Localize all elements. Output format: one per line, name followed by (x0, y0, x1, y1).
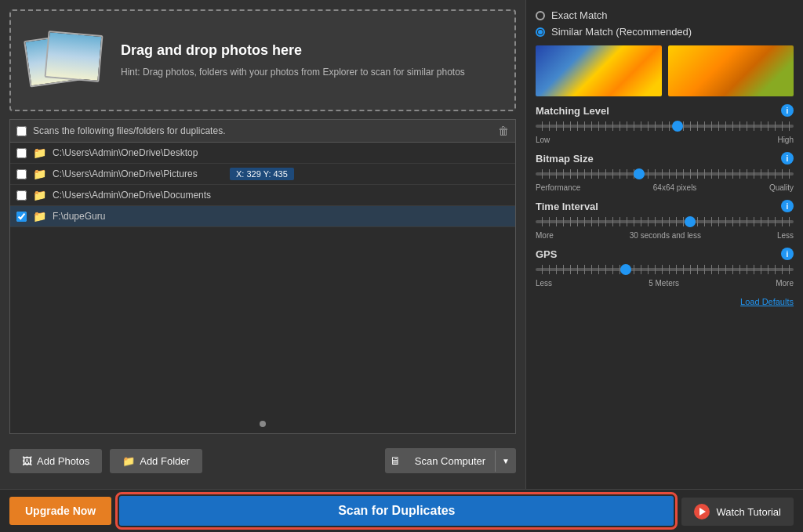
scan-computer-label: Scan Computer (405, 449, 495, 473)
load-defaults-link[interactable]: Load Defaults (536, 297, 794, 306)
gps-label: GPS (536, 248, 557, 260)
preview-image-2 (668, 45, 794, 96)
bitmap-size-right: Quality (769, 183, 794, 192)
bitmap-size-title: Bitmap Size i (536, 152, 794, 165)
time-interval-track[interactable] (536, 220, 794, 223)
gps-title: GPS i (536, 248, 794, 260)
list-item[interactable]: 📁 C:\Users\Admin\OneDrive\Pictures X: 32… (10, 164, 515, 185)
drop-text: Drag and drop photos here Hint: Drag pho… (121, 42, 465, 79)
matching-level-high: High (777, 136, 794, 144)
file-list-header-text: Scans the following files/folders for du… (33, 125, 492, 136)
bitmap-size-thumb[interactable] (634, 168, 645, 179)
matching-level-label: Matching Level (536, 105, 609, 117)
folder-icon: 📁 (33, 147, 46, 159)
add-photos-label: Add Photos (37, 455, 89, 467)
play-icon (694, 504, 710, 519)
folder-icon: 📁 (33, 189, 46, 201)
bitmap-size-labels: Performance 64x64 pixels Quality (536, 183, 794, 192)
preview-image-1 (536, 45, 662, 96)
left-panel: Drag and drop photos here Hint: Drag pho… (0, 0, 525, 489)
drop-hint: Hint: Drag photos, folders with your pho… (121, 65, 465, 79)
item-checkbox-1[interactable] (16, 148, 27, 158)
list-item[interactable]: 📁 C:\Users\Admin\OneDrive\Desktop 🗑 (10, 143, 515, 164)
gps-center: 5 Meters (552, 279, 776, 288)
item-checkbox-2[interactable] (16, 169, 27, 179)
tooltip-box: X: 329 Y: 435 (230, 168, 294, 180)
bottom-buttons: 🖼 Add Photos 📁 Add Folder 🖥 Scan Compute… (9, 442, 516, 480)
matching-level-thumb[interactable] (672, 121, 683, 132)
list-item[interactable]: 📁 F:\dupeGuru 🗑 (10, 206, 515, 227)
matching-level-info-icon[interactable]: i (781, 104, 794, 117)
clear-all-trash-icon[interactable]: 🗑 (498, 125, 509, 137)
upgrade-now-button[interactable]: Upgrade Now (9, 497, 111, 525)
scan-computer-button[interactable]: 🖥 Scan Computer ▼ (385, 448, 516, 473)
time-interval-right: Less (777, 231, 794, 240)
file-list: 📁 C:\Users\Admin\OneDrive\Desktop 🗑 📁 C:… (10, 143, 515, 414)
add-folder-icon: 📁 (122, 455, 135, 467)
file-path-1: C:\Users\Admin\OneDrive\Desktop (53, 147, 492, 158)
match-options: Exact Match Similar Match (Recommended) (536, 9, 794, 38)
time-interval-left: More (536, 231, 554, 240)
similar-match-option[interactable]: Similar Match (Recommended) (536, 26, 794, 38)
watch-tutorial-label: Watch Tutorial (716, 506, 781, 518)
footer: Upgrade Now Scan for Duplicates Watch Tu… (0, 489, 803, 532)
exact-match-label: Exact Match (551, 9, 608, 21)
list-item[interactable]: 📁 C:\Users\Admin\OneDrive\Documents 🗑 (10, 185, 515, 206)
bitmap-size-center: 64x64 pixels (580, 183, 769, 192)
add-photos-button[interactable]: 🖼 Add Photos (9, 449, 102, 473)
matching-level-section: Matching Level i Low High (536, 104, 794, 144)
item-checkbox-3[interactable] (16, 190, 27, 201)
gps-labels: Less 5 Meters More (536, 279, 794, 288)
gps-right: More (776, 279, 794, 288)
preview-images (536, 45, 794, 96)
drop-title: Drag and drop photos here (121, 42, 465, 59)
time-interval-labels: More 30 seconds and less Less (536, 231, 794, 240)
bitmap-size-track[interactable] (536, 172, 794, 176)
file-path-4: F:\dupeGuru (53, 211, 492, 222)
matching-level-low: Low (536, 136, 550, 144)
item-checkbox-4[interactable] (16, 212, 27, 222)
file-path-3: C:\Users\Admin\OneDrive\Documents (53, 190, 492, 201)
drop-area[interactable]: Drag and drop photos here Hint: Drag pho… (9, 9, 516, 111)
gps-section: GPS i Less 5 Meters More (536, 248, 794, 288)
add-photos-icon: 🖼 (22, 455, 32, 467)
file-list-container: Scans the following files/folders for du… (9, 119, 516, 434)
exact-match-radio[interactable] (536, 11, 545, 20)
matching-level-track[interactable] (536, 125, 794, 128)
select-all-checkbox[interactable] (16, 126, 27, 136)
scan-for-duplicates-button[interactable]: Scan for Duplicates (119, 496, 674, 526)
monitor-icon: 🖥 (385, 448, 405, 473)
time-interval-center: 30 seconds and less (554, 231, 777, 240)
gps-thumb[interactable] (620, 264, 631, 275)
matching-level-labels: Low High (536, 136, 794, 144)
time-interval-info-icon[interactable]: i (781, 200, 794, 212)
right-panel: Exact Match Similar Match (Recommended) … (525, 0, 803, 489)
time-interval-thumb[interactable] (685, 216, 696, 227)
add-folder-button[interactable]: 📁 Add Folder (110, 449, 202, 473)
exact-match-option[interactable]: Exact Match (536, 9, 794, 21)
photo-icon (27, 29, 105, 92)
bitmap-size-info-icon[interactable]: i (781, 152, 794, 165)
watch-tutorial-button[interactable]: Watch Tutorial (681, 498, 794, 526)
gps-track[interactable] (536, 268, 794, 271)
similar-match-label: Similar Match (Recommended) (551, 26, 692, 38)
similar-match-radio[interactable] (536, 27, 545, 37)
folder-icon: 📁 (33, 210, 46, 223)
bitmap-size-left: Performance (536, 183, 580, 192)
time-interval-section: Time Interval i More 30 seconds and less… (536, 200, 794, 240)
scroll-dot (260, 421, 266, 427)
time-interval-label: Time Interval (536, 201, 598, 212)
scroll-indicator (10, 414, 515, 433)
bitmap-size-label: Bitmap Size (536, 153, 594, 165)
time-interval-title: Time Interval i (536, 200, 794, 212)
gps-info-icon[interactable]: i (781, 248, 794, 260)
scan-computer-dropdown-icon[interactable]: ▼ (495, 451, 516, 472)
matching-level-title: Matching Level i (536, 104, 794, 117)
bitmap-size-section: Bitmap Size i Performance 64x64 pixels Q… (536, 152, 794, 192)
add-folder-label: Add Folder (140, 455, 190, 467)
gps-left: Less (536, 279, 552, 288)
file-list-header: Scans the following files/folders for du… (10, 120, 515, 143)
folder-icon: 📁 (33, 168, 46, 180)
